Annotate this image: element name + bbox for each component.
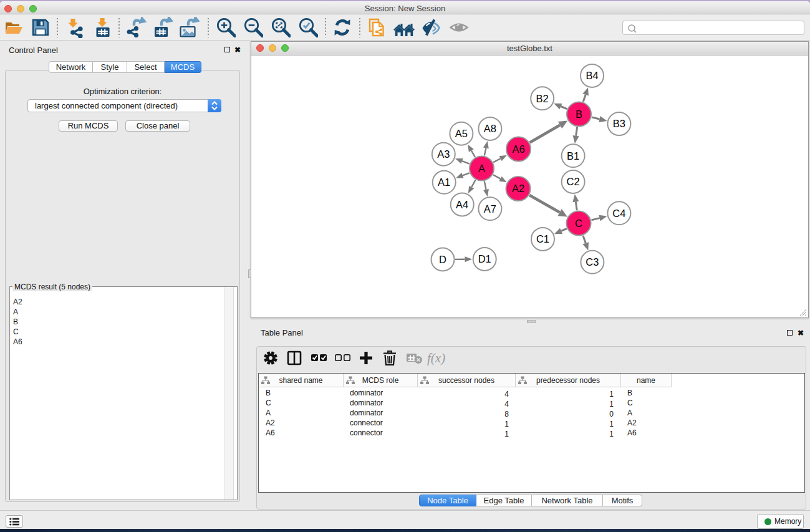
svg-text:B2: B2	[536, 92, 548, 104]
svg-text:C1: C1	[536, 233, 549, 244]
svg-text:A1: A1	[438, 177, 450, 188]
svg-text:A7: A7	[483, 203, 496, 214]
svg-text:C: C	[575, 217, 582, 228]
svg-text:A2: A2	[511, 183, 524, 194]
svg-text:A3: A3	[437, 148, 450, 160]
svg-text:B3: B3	[612, 118, 625, 129]
svg-text:B4: B4	[586, 70, 598, 81]
svg-text:C3: C3	[586, 256, 599, 268]
svg-text:D1: D1	[478, 253, 491, 264]
svg-text:A4: A4	[456, 198, 468, 210]
svg-text:C2: C2	[566, 176, 579, 187]
svg-text:D: D	[439, 253, 446, 264]
svg-text:A6: A6	[512, 143, 524, 154]
svg-text:B1: B1	[567, 150, 579, 161]
svg-text:B: B	[575, 108, 582, 119]
svg-text:C4: C4	[612, 207, 625, 218]
svg-text:A5: A5	[455, 128, 467, 139]
svg-text:A8: A8	[483, 123, 496, 134]
svg-text:A: A	[478, 162, 485, 173]
